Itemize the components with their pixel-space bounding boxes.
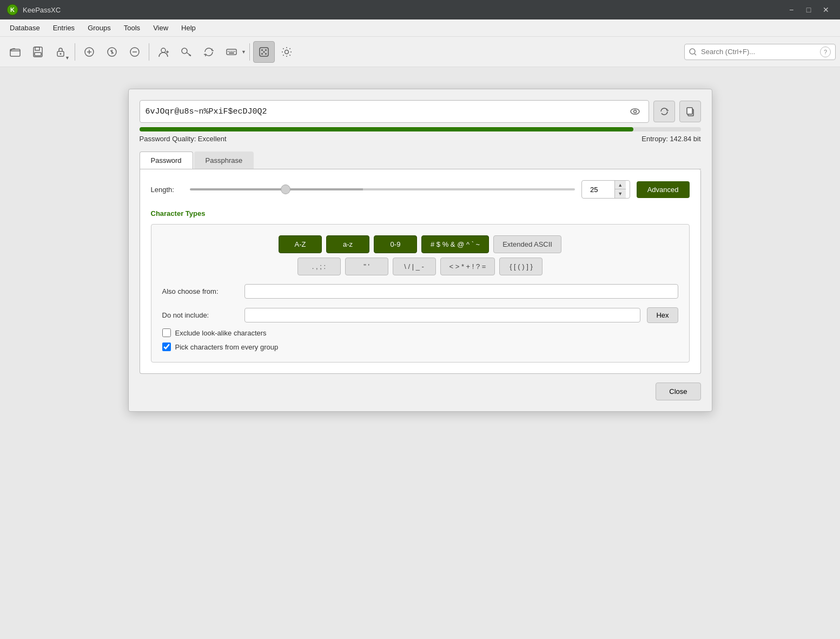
quality-bar-container xyxy=(140,127,701,131)
menubar: Database Entries Groups Tools View Help xyxy=(0,19,840,37)
char-btn-09[interactable]: 0-9 xyxy=(374,235,417,253)
main-window: Database Entries Groups Tools View Help xyxy=(0,19,840,639)
toolbar: ▼ xyxy=(0,37,840,67)
advanced-button[interactable]: Advanced xyxy=(637,181,690,198)
search-bar: ? xyxy=(684,44,836,60)
regenerate-button[interactable] xyxy=(653,101,675,122)
copy-password-button[interactable] xyxy=(679,101,701,122)
edit-entry-button[interactable] xyxy=(101,41,123,63)
svg-point-33 xyxy=(261,53,263,55)
key-button[interactable] xyxy=(175,41,197,63)
tab-password[interactable]: Password xyxy=(140,151,193,169)
char-btn-AZ[interactable]: A-Z xyxy=(279,235,322,253)
password-field-row xyxy=(140,100,701,123)
length-input[interactable] xyxy=(582,183,614,196)
lock-database-button[interactable]: ▼ xyxy=(50,41,71,63)
exclude-lookalike-checkbox[interactable] xyxy=(162,328,171,337)
char-btn-brackets[interactable]: { [ ( ) ] } xyxy=(499,258,543,275)
also-choose-input[interactable] xyxy=(244,284,678,299)
sync-button[interactable] xyxy=(198,41,220,63)
pick-every-group-checkbox[interactable] xyxy=(162,342,171,351)
menu-database[interactable]: Database xyxy=(4,22,45,34)
char-btn-slash[interactable]: \ / | _ - xyxy=(393,258,436,275)
delete-entry-button[interactable] xyxy=(124,41,145,63)
dialog-footer: Close xyxy=(140,383,701,400)
svg-point-34 xyxy=(265,53,267,55)
close-button[interactable]: Close xyxy=(656,383,700,400)
length-row: Length: ▲ ▼ Advanced xyxy=(151,180,690,199)
svg-text:K: K xyxy=(10,6,15,13)
do-not-include-input[interactable] xyxy=(244,308,641,322)
menu-entries[interactable]: Entries xyxy=(48,22,80,34)
svg-point-16 xyxy=(161,48,166,52)
exclude-lookalike-row: Exclude look-alike characters xyxy=(162,328,678,337)
user-button[interactable] xyxy=(153,41,174,63)
svg-rect-2 xyxy=(10,49,20,56)
char-btn-quotes[interactable]: " ' xyxy=(345,258,388,275)
keyboard-button[interactable] xyxy=(221,41,242,63)
titlebar: K KeePassXC − □ ✕ xyxy=(0,0,840,19)
close-window-button[interactable]: ✕ xyxy=(818,4,834,15)
spinner-down-button[interactable]: ▼ xyxy=(615,189,626,198)
toolbar-sep-3 xyxy=(249,43,250,61)
quality-bar-fill xyxy=(140,127,633,131)
settings-button[interactable] xyxy=(276,41,297,63)
tab-passphrase[interactable]: Passphrase xyxy=(194,151,254,169)
password-generator-button[interactable] xyxy=(253,41,275,63)
tab-content-password: Length: ▲ ▼ Advanced Character Types xyxy=(140,169,701,374)
app-logo: K xyxy=(6,4,18,16)
pick-every-group-row: Pick characters from every group xyxy=(162,342,678,351)
char-btn-row-2: . , ; : " ' \ / | _ - < > * + ! ? = { [ … xyxy=(162,258,678,275)
do-not-include-row: Do not include: Hex xyxy=(162,307,678,323)
svg-point-36 xyxy=(285,50,288,54)
password-input[interactable] xyxy=(145,107,627,116)
do-not-include-label: Do not include: xyxy=(162,311,238,319)
char-btn-az[interactable]: a-z xyxy=(326,235,369,253)
minimize-button[interactable]: − xyxy=(784,4,799,15)
char-types-container: A-Z a-z 0-9 # $ % & @ ^ ` ~ Extended ASC… xyxy=(151,224,690,363)
svg-rect-5 xyxy=(35,52,41,56)
menu-tools[interactable]: Tools xyxy=(118,22,145,34)
char-types-label: Character Types xyxy=(151,209,690,218)
search-icon xyxy=(689,48,697,56)
length-slider[interactable] xyxy=(190,188,575,190)
menu-groups[interactable]: Groups xyxy=(82,22,116,34)
also-choose-row: Also choose from: xyxy=(162,284,678,299)
svg-point-40 xyxy=(633,110,636,113)
add-entry-button[interactable] xyxy=(78,41,100,63)
exclude-lookalike-label[interactable]: Exclude look-alike characters xyxy=(175,329,267,337)
spinner-buttons: ▲ ▼ xyxy=(614,181,626,198)
search-help-button[interactable]: ? xyxy=(820,47,831,57)
svg-point-31 xyxy=(261,49,263,51)
char-btn-special1[interactable]: # $ % & @ ^ ` ~ xyxy=(421,235,489,253)
svg-point-39 xyxy=(631,109,639,114)
hex-button[interactable]: Hex xyxy=(647,307,678,323)
toggle-visibility-button[interactable] xyxy=(627,104,643,119)
svg-line-38 xyxy=(695,54,696,55)
char-btn-extended[interactable]: Extended ASCII xyxy=(493,235,561,253)
svg-rect-42 xyxy=(687,108,692,114)
quality-row: Password Quality: Excellent Entropy: 142… xyxy=(140,135,701,143)
spinner-up-button[interactable]: ▲ xyxy=(615,181,626,189)
svg-point-19 xyxy=(182,48,187,54)
save-database-button[interactable] xyxy=(27,41,49,63)
svg-point-32 xyxy=(265,49,267,51)
maximize-button[interactable]: □ xyxy=(801,4,816,15)
char-btn-math[interactable]: < > * + ! ? = xyxy=(440,258,495,275)
pick-every-group-label[interactable]: Pick characters from every group xyxy=(175,343,279,351)
password-generator-dialog: Password Quality: Excellent Entropy: 142… xyxy=(128,89,712,412)
open-database-button[interactable] xyxy=(4,41,26,63)
svg-point-35 xyxy=(263,51,264,52)
password-input-wrapper xyxy=(140,100,649,123)
search-input[interactable] xyxy=(701,48,816,56)
menu-view[interactable]: View xyxy=(148,22,174,34)
also-choose-label: Also choose from: xyxy=(162,287,238,295)
main-content: Password Quality: Excellent Entropy: 142… xyxy=(0,67,840,639)
char-btn-punct1[interactable]: . , ; : xyxy=(297,258,341,275)
svg-rect-4 xyxy=(35,47,39,50)
toolbar-sep-1 xyxy=(75,43,75,61)
menu-help[interactable]: Help xyxy=(176,22,201,34)
app-title: KeePassXC xyxy=(23,6,784,14)
svg-point-7 xyxy=(60,53,62,55)
length-label: Length: xyxy=(151,186,183,194)
